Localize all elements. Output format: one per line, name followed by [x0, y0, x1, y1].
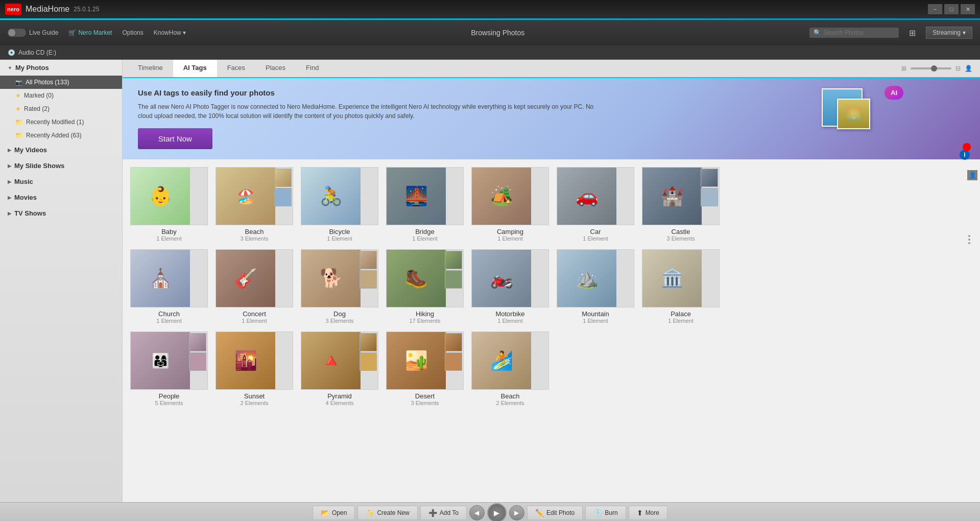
- photo-count-beach2: 2 Elements: [496, 400, 524, 406]
- sort-icon[interactable]: ⊟: [955, 65, 961, 72]
- photo-label-camping: Camping: [497, 228, 523, 235]
- bottombar: 📂 Open ✨ Create New ➕ Add To ◀ ▶ ▶ ✏️ Ed…: [0, 502, 980, 521]
- photo-label-motorbike: Motorbike: [495, 310, 524, 318]
- photo-thumb-pyramid: 🔺: [301, 331, 378, 390]
- photo-thumb-mountain: ⛰️: [557, 249, 634, 307]
- rated-item[interactable]: ★ Rated (2): [0, 102, 122, 115]
- photo-item-church[interactable]: ⛪ Church 1 Element: [130, 249, 208, 324]
- photo-item-bridge[interactable]: 🌉 Bridge 1 Element: [386, 167, 464, 242]
- next-button[interactable]: ▶: [509, 505, 524, 520]
- photo-item-beach2[interactable]: 🏄 Beach 2 Elements: [471, 331, 549, 406]
- photo-label-people: People: [159, 392, 179, 400]
- burn-button[interactable]: 💿 Burn: [585, 506, 626, 520]
- view-icon[interactable]: ⊞: [909, 28, 916, 38]
- chevron-right-icon5: ▶: [8, 211, 11, 216]
- photos-icon: 📷: [15, 79, 22, 86]
- create-new-icon: ✨: [366, 509, 374, 517]
- photo-thumb-car: 🚗: [557, 167, 634, 225]
- recently-modified-icon: 📁: [15, 119, 23, 126]
- start-now-button[interactable]: Start Now: [138, 128, 212, 149]
- titlebar-controls: − □ ✕: [928, 4, 975, 14]
- filter-icon[interactable]: 👤: [965, 65, 972, 72]
- view-grid-icon[interactable]: ⊞: [901, 65, 906, 72]
- tab-ai-tags[interactable]: AI Tags: [173, 60, 217, 78]
- photo-label-pyramid: Pyramid: [327, 392, 352, 400]
- ai-banner-description: The all new Nero AI Photo Tagger is now …: [138, 102, 597, 121]
- photo-count-sunset: 2 Elements: [240, 400, 268, 406]
- tab-timeline[interactable]: Timeline: [128, 60, 173, 78]
- photo-item-palace[interactable]: 🏛️ Palace 1 Element: [642, 249, 720, 324]
- page-title: Browsing Photos: [196, 29, 799, 37]
- photo-item-people[interactable]: 👨‍👩‍👧 People 5 Elements: [130, 331, 208, 406]
- photo-label-bicycle: Bicycle: [329, 228, 350, 235]
- search-photos-field[interactable]: 🔍: [809, 28, 899, 38]
- recently-added-item[interactable]: 📁 Recently Added (63): [0, 129, 122, 142]
- marked-item[interactable]: ★ Marked (0): [0, 89, 122, 102]
- my-videos-header[interactable]: ▶ My Videos: [0, 142, 122, 158]
- info-icon[interactable]: i: [960, 150, 970, 160]
- knowhow-button[interactable]: KnowHow ▾: [154, 29, 186, 36]
- movies-header[interactable]: ▶ Movies: [0, 190, 122, 205]
- photo-item-concert[interactable]: 🎸 Concert 1 Element: [216, 249, 293, 324]
- app-version: 25.0.1.25: [74, 6, 99, 13]
- photo-label-dog: Dog: [333, 310, 346, 318]
- photo-thumb-beach2: 🏄: [471, 331, 549, 390]
- photo-item-mountain[interactable]: ⛰️ Mountain 1 Element: [557, 249, 634, 324]
- close-button[interactable]: ✕: [961, 4, 975, 14]
- photo-item-pyramid[interactable]: 🔺 Pyramid 4 Elements: [301, 331, 378, 406]
- photo-item-bicycle[interactable]: 🚴 Bicycle 1 Element: [301, 167, 378, 242]
- maximize-button[interactable]: □: [944, 4, 959, 14]
- photo-count-pyramid: 4 Elements: [325, 400, 353, 406]
- live-guide-toggle-wrap: Live Guide: [8, 29, 58, 37]
- play-button[interactable]: ▶: [487, 503, 507, 522]
- search-icon: 🔍: [814, 29, 821, 36]
- side-dot-1: [968, 235, 970, 237]
- minimize-button[interactable]: −: [928, 4, 942, 14]
- photo-label-mountain: Mountain: [582, 310, 609, 318]
- streaming-button[interactable]: Streaming ▾: [926, 27, 972, 39]
- photo-item-baby[interactable]: 👶 Baby 1 Element: [130, 167, 208, 242]
- search-input[interactable]: [823, 29, 895, 36]
- my-photos-header[interactable]: ▼ My Photos: [0, 60, 122, 76]
- nero-logo: nero: [5, 4, 21, 15]
- add-to-button[interactable]: ➕ Add To: [420, 506, 467, 520]
- photo-row-3: 👨‍👩‍👧 People 5 Elements 🌇 Sunset 2 El: [130, 331, 972, 406]
- photo-item-dog[interactable]: 🐕 Dog 3 Elements: [301, 249, 378, 324]
- audiocd-bar: 💿 Audio CD (E:): [0, 45, 980, 60]
- photo-item-sunset[interactable]: 🌇 Sunset 2 Elements: [216, 331, 293, 406]
- sidebar: ▼ My Photos 📷 All Photos (133) ★ Marked …: [0, 60, 123, 502]
- open-button[interactable]: 📂 Open: [313, 506, 355, 520]
- tab-places[interactable]: Places: [255, 60, 296, 78]
- photo-thumb-sunset: 🌇: [216, 331, 293, 390]
- all-photos-item[interactable]: 📷 All Photos (133): [0, 76, 122, 89]
- main-layout: ▼ My Photos 📷 All Photos (133) ★ Marked …: [0, 60, 980, 502]
- photo-label-car: Car: [590, 228, 601, 235]
- more-button[interactable]: ⬆ More: [629, 506, 667, 520]
- edit-photo-button[interactable]: ✏️ Edit Photo: [527, 506, 583, 520]
- photo-item-beach[interactable]: 🏖️ Beach 3 Elements: [216, 167, 293, 242]
- photo-item-motorbike[interactable]: 🏍️ Motorbike 1 Element: [471, 249, 549, 324]
- create-new-button[interactable]: ✨ Create New: [357, 506, 417, 520]
- tab-faces[interactable]: Faces: [217, 60, 255, 78]
- edit-photo-icon: ✏️: [535, 509, 544, 517]
- photo-item-camping[interactable]: 🏕️ Camping 1 Element: [471, 167, 549, 242]
- tv-shows-header[interactable]: ▶ TV Shows: [0, 205, 122, 221]
- prev-button[interactable]: ◀: [469, 505, 485, 520]
- photo-count-concert: 1 Element: [242, 318, 267, 324]
- recently-modified-item[interactable]: 📁 Recently Modified (1): [0, 115, 122, 129]
- my-slideshows-header[interactable]: ▶ My Slide Shows: [0, 158, 122, 174]
- ai-image-cluster: 🏃 🌅: [817, 83, 878, 134]
- live-guide-toggle[interactable]: [8, 29, 26, 37]
- photo-count-castle: 3 Elements: [666, 235, 695, 242]
- nero-market-button[interactable]: 🛒 Nero Market: [68, 29, 112, 36]
- photo-item-desert[interactable]: 🏜️ Desert 3 Elements: [386, 331, 464, 406]
- zoom-slider[interactable]: [911, 67, 951, 69]
- tab-find[interactable]: Find: [296, 60, 329, 78]
- photo-count-baby: 1 Element: [156, 235, 182, 242]
- photo-item-hiking[interactable]: 🥾 Hiking 17 Elements: [386, 249, 464, 324]
- photo-item-castle[interactable]: 🏰 Castle 3 Elements: [642, 167, 720, 242]
- photo-item-car[interactable]: 🚗 Car 1 Element: [557, 167, 634, 242]
- music-header[interactable]: ▶ Music: [0, 174, 122, 190]
- options-button[interactable]: Options: [122, 29, 143, 36]
- titlebar: nero MediaHome 25.0.1.25 − □ ✕: [0, 0, 980, 18]
